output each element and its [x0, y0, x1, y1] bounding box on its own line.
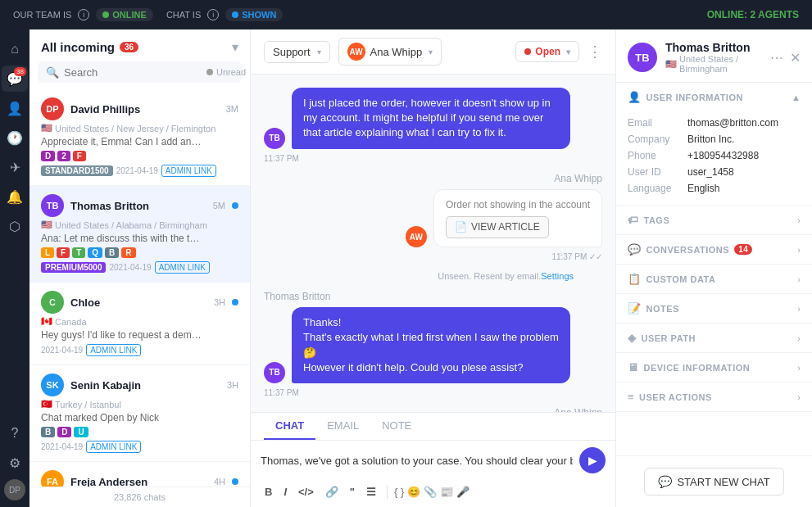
- unread-label-text: Unread: [216, 67, 246, 77]
- list-item[interactable]: C Chloe 3H 🇨🇦 Canada Hey guys! I'd like …: [29, 283, 250, 365]
- admin-link[interactable]: ADMIN LINK: [161, 165, 216, 177]
- location-text: Canada: [55, 317, 87, 327]
- user-location-text: United States / Birmingham: [679, 54, 762, 74]
- start-new-chat-button[interactable]: 💬 START NEW CHAT: [644, 468, 783, 496]
- nav-item-help[interactable]: ?: [2, 420, 28, 446]
- nav-item-campaigns[interactable]: ✈: [2, 154, 28, 180]
- nav-item-profile[interactable]: DP: [4, 479, 25, 500]
- panel-footer: 💬 START NEW CHAT: [616, 455, 812, 507]
- user-info-header[interactable]: 👤 USER INFORMATION ▲: [616, 83, 812, 111]
- device-info-header[interactable]: 🖥 DEVICE INFORMATION ›: [616, 353, 812, 382]
- flag-icon: 🇺🇸: [41, 123, 52, 134]
- admin-link[interactable]: ADMIN LINK: [155, 261, 210, 274]
- conv-time: 3H: [214, 297, 225, 307]
- user-path-label: USER PATH: [642, 333, 696, 343]
- attachment-icon[interactable]: 📎: [424, 486, 437, 498]
- list-item[interactable]: TB Thomas Britton 5M 🇺🇸 United States / …: [29, 186, 250, 283]
- italic-button[interactable]: I: [279, 483, 291, 500]
- toolbar-separator: [387, 486, 388, 499]
- userid-label: User ID: [628, 166, 681, 178]
- message-time: 11:37 PM: [264, 388, 602, 397]
- conv-tags: B D U: [41, 427, 238, 437]
- agent-dropdown-arrow: ▾: [429, 48, 433, 57]
- user-path-title: ◈ USER PATH: [628, 332, 696, 344]
- filter-icon[interactable]: ▾: [232, 39, 238, 55]
- chat-info-icon[interactable]: i: [207, 9, 219, 20]
- emoji-icon[interactable]: 😊: [407, 486, 420, 498]
- close-icon[interactable]: ✕: [790, 50, 801, 66]
- article-icon: 📄: [455, 220, 467, 234]
- tag: Q: [88, 247, 102, 258]
- message-bubble: Order not showing in the account 📄 VIEW …: [433, 189, 602, 248]
- inbox-selector[interactable]: Support ▾: [264, 41, 330, 63]
- sidebar-nav: ⌂ 💬 38 👤 🕐 ✈ 🔔 ⬡ ? ⚙ DP: [0, 29, 29, 507]
- audio-icon[interactable]: 🎤: [456, 486, 470, 498]
- list-item[interactable]: SK Senin Kabajin 3H 🇹🇷 Turkey / Istanbul…: [29, 365, 250, 462]
- conv-preview: Ana: Let me discuss this with the team..…: [41, 233, 205, 244]
- send-button[interactable]: ▶: [579, 447, 606, 473]
- settings-link[interactable]: Settings: [541, 271, 574, 281]
- team-info-icon[interactable]: i: [78, 9, 89, 20]
- custom-data-header[interactable]: 📋 CUSTOM DATA ›: [616, 265, 812, 293]
- blockquote-button[interactable]: ": [346, 483, 359, 500]
- conversations-header[interactable]: 💬 CONVERSATIONS 14 ›: [616, 235, 812, 264]
- link-button[interactable]: 🔗: [321, 483, 342, 500]
- section-user-actions: ≡ USER ACTIONS ›: [616, 383, 812, 412]
- nav-item-settings[interactable]: ⚙: [2, 450, 28, 476]
- list-item[interactable]: FA Freja Andersen 4H 🇩🇰 Denmark / Hiller…: [29, 462, 250, 487]
- user-name: Thomas Britton: [665, 41, 762, 54]
- tab-note[interactable]: NOTE: [370, 413, 423, 440]
- avatar: TB: [264, 362, 285, 383]
- conv-time: 4H: [214, 477, 225, 487]
- conv-name: Senin Kabajin: [70, 379, 220, 392]
- nav-item-integrations[interactable]: ⬡: [2, 213, 28, 239]
- list-item[interactable]: DP David Phillips 3M 🇺🇸 United States / …: [29, 89, 250, 186]
- tags-header[interactable]: 🏷 TAGS ›: [616, 206, 812, 234]
- bold-button[interactable]: B: [261, 483, 276, 500]
- agent-label: Ana Whipp: [370, 46, 423, 58]
- inbox-label: Support: [273, 46, 311, 58]
- tab-chat[interactable]: CHAT: [264, 413, 315, 440]
- user-info-title: 👤 USER INFORMATION: [628, 91, 743, 103]
- user-icon: 👤: [628, 91, 642, 103]
- code-button[interactable]: </>: [294, 483, 318, 500]
- tab-email[interactable]: EMAIL: [315, 413, 370, 440]
- status-selector[interactable]: Open ▾: [515, 41, 579, 62]
- more-options-icon[interactable]: ⋯: [770, 50, 783, 66]
- user-info-label: USER INFORMATION: [646, 93, 743, 102]
- user-path-header[interactable]: ◈ USER PATH ›: [616, 324, 812, 352]
- admin-link[interactable]: ADMIN LINK: [86, 344, 141, 356]
- agents-online-label: ONLINE: 2 AGENTS: [707, 9, 799, 20]
- nav-item-home[interactable]: ⌂: [2, 36, 28, 62]
- avatar: C: [41, 291, 64, 314]
- conversations-list: All incoming 36 ▾ 🔍 Unread ⚙ DP David Ph…: [29, 29, 251, 507]
- search-input[interactable]: [64, 66, 202, 79]
- nav-item-conversations[interactable]: 💬 38: [2, 66, 28, 92]
- device-info-icon: 🖥: [628, 361, 639, 373]
- message-group: Thomas Britton TB Thanks!That's exactly …: [264, 291, 602, 397]
- message-group: TB I just placed the order, however it d…: [264, 88, 602, 163]
- user-info-content: Email thomas@britton.com Company Britton…: [616, 111, 812, 205]
- article-icon[interactable]: 📰: [440, 486, 453, 498]
- chat-input[interactable]: [261, 455, 573, 467]
- notes-header[interactable]: 📝 NOTES ›: [616, 294, 812, 323]
- more-options-icon[interactable]: ⋮: [587, 43, 602, 61]
- message-time: 11:37 PM ✓✓: [264, 252, 602, 261]
- agent-selector[interactable]: AW Ana Whipp ▾: [338, 38, 442, 66]
- section-device-info: 🖥 DEVICE INFORMATION ›: [616, 353, 812, 383]
- conv-count-badge: 36: [120, 42, 138, 52]
- nav-item-contacts[interactable]: 👤: [2, 95, 28, 121]
- code-block-icon[interactable]: { }: [394, 486, 404, 498]
- tag: F: [57, 247, 70, 258]
- nav-item-reports[interactable]: 🕐: [2, 124, 28, 151]
- standard-badge: STANDARD1500: [41, 165, 113, 176]
- company-value: Britton Inc.: [687, 134, 734, 145]
- conv-preview: Hey guys! I'd like to request a demo of.…: [41, 329, 205, 341]
- tag: D: [41, 151, 55, 161]
- nav-item-notifications[interactable]: 🔔: [2, 183, 28, 210]
- list-button[interactable]: ☰: [362, 483, 380, 500]
- conv-preview: Chat marked Open by Nick: [41, 412, 205, 423]
- view-article-button[interactable]: 📄 VIEW ARTICLE: [446, 216, 549, 238]
- user-actions-header[interactable]: ≡ USER ACTIONS ›: [616, 383, 812, 411]
- admin-link[interactable]: ADMIN LINK: [86, 441, 141, 453]
